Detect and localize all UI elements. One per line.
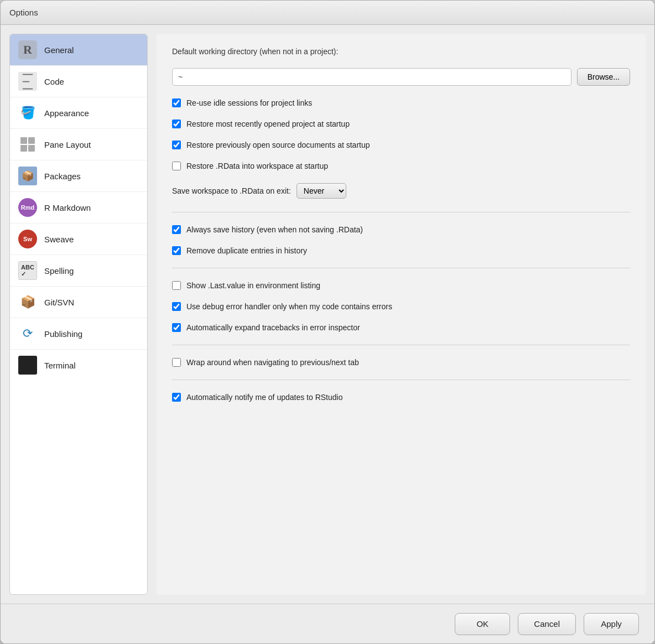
sidebar-label-packages: Packages xyxy=(44,172,81,181)
sidebar-label-git-svn: Git/SVN xyxy=(44,298,74,307)
ok-button[interactable]: OK xyxy=(455,613,510,635)
cancel-button[interactable]: Cancel xyxy=(518,613,576,635)
sidebar-item-pane-layout[interactable]: Pane Layout xyxy=(10,129,147,160)
sidebar-item-appearance[interactable]: 🪣 Appearance xyxy=(10,97,147,129)
terminal-icon xyxy=(18,355,38,375)
checkbox-row-save-history: Always save history (even when not savin… xyxy=(172,224,630,236)
sidebar-item-git-svn[interactable]: 📦 Git/SVN xyxy=(10,287,147,318)
dir-label: Default working directory (when not in a… xyxy=(172,47,630,56)
browse-button[interactable]: Browse... xyxy=(577,68,630,86)
code-icon: ━━━━━━━━ xyxy=(18,71,38,91)
rmd-icon: Rmd xyxy=(18,198,38,217)
sidebar-label-code: Code xyxy=(44,77,64,86)
checkbox-show-last-value[interactable] xyxy=(172,281,181,290)
title-bar: Options xyxy=(1,1,654,25)
checkbox-restore-rdata[interactable] xyxy=(172,162,181,170)
checkbox-restore-source[interactable] xyxy=(172,141,181,149)
sidebar-label-appearance: Appearance xyxy=(44,108,89,118)
sidebar-item-publishing[interactable]: ⟳ Publishing xyxy=(10,318,147,350)
label-show-last-value: Show .Last.value in environment listing xyxy=(186,281,320,290)
sidebar-label-publishing: Publishing xyxy=(44,329,82,339)
sidebar-label-terminal: Terminal xyxy=(44,361,76,370)
label-restore-source: Restore previously open source documents… xyxy=(186,141,370,149)
divider-2 xyxy=(172,268,630,268)
publish-icon: ⟳ xyxy=(18,324,38,344)
sidebar-item-spelling[interactable]: ABC✓ Spelling xyxy=(10,255,147,287)
label-reuse-idle: Re-use idle sessions for project links xyxy=(186,98,312,107)
checkbox-row-wrap-around: Wrap around when navigating to previous/… xyxy=(172,356,630,368)
content-area: R General ━━━━━━━━ Code 🪣 Appearance xyxy=(1,25,654,604)
sidebar-item-code[interactable]: ━━━━━━━━ Code xyxy=(10,66,147,97)
checkbox-row-debug-errors: Use debug error handler only when my cod… xyxy=(172,300,630,313)
pane-icon xyxy=(18,134,38,154)
checkbox-row-restore-rdata: Restore .RData into workspace at startup xyxy=(172,160,630,172)
sidebar-item-general[interactable]: R General xyxy=(10,34,147,66)
checkbox-restore-recent[interactable] xyxy=(172,120,181,128)
label-expand-tracebacks: Automatically expand tracebacks in error… xyxy=(186,323,360,332)
footer: OK Cancel Apply xyxy=(1,604,654,643)
main-panel: Default working directory (when not in a… xyxy=(157,34,646,595)
sidebar-label-general: General xyxy=(44,45,74,55)
checkbox-save-history[interactable] xyxy=(172,225,181,234)
sidebar-item-sweave[interactable]: Sw Sweave xyxy=(10,224,147,255)
checkbox-wrap-around[interactable] xyxy=(172,358,181,367)
dir-row: Browse... xyxy=(172,68,630,86)
sidebar-item-packages[interactable]: 📦 Packages xyxy=(10,160,147,192)
label-wrap-around: Wrap around when navigating to previous/… xyxy=(186,358,359,367)
divider-4 xyxy=(172,380,630,380)
git-icon: 📦 xyxy=(18,292,38,312)
checkbox-notify-updates[interactable] xyxy=(172,393,181,402)
sidebar-item-terminal[interactable]: Terminal xyxy=(10,350,147,381)
window-title: Options xyxy=(9,8,38,17)
save-workspace-select[interactable]: Never Always Ask xyxy=(297,183,346,199)
sidebar-label-pane-layout: Pane Layout xyxy=(44,140,91,149)
sidebar-item-r-markdown[interactable]: Rmd R Markdown xyxy=(10,192,147,224)
apply-button[interactable]: Apply xyxy=(584,613,639,635)
checkbox-row-restore-recent: Restore most recently opened project at … xyxy=(172,118,630,130)
label-save-history: Always save history (even when not savin… xyxy=(186,225,363,234)
options-window: Options R General ━━━━━━━━ Code � xyxy=(0,0,655,644)
checkbox-row-restore-source: Restore previously open source documents… xyxy=(172,139,630,151)
save-workspace-row: Save workspace to .RData on exit: Never … xyxy=(172,181,630,201)
label-notify-updates: Automatically notify me of updates to RS… xyxy=(186,393,342,402)
paint-icon: 🪣 xyxy=(18,103,38,123)
checkbox-expand-tracebacks[interactable] xyxy=(172,323,181,332)
sidebar-label-spelling: Spelling xyxy=(44,266,74,276)
checkbox-debug-errors[interactable] xyxy=(172,302,181,311)
sidebar-label-sweave: Sweave xyxy=(44,235,74,244)
label-restore-rdata: Restore .RData into workspace at startup xyxy=(186,162,328,170)
checkbox-remove-duplicates[interactable] xyxy=(172,246,181,255)
sweave-icon: Sw xyxy=(18,229,38,249)
label-restore-recent: Restore most recently opened project at … xyxy=(186,120,350,128)
spelling-icon: ABC✓ xyxy=(18,261,38,281)
packages-icon: 📦 xyxy=(18,166,38,186)
sidebar-label-r-markdown: R Markdown xyxy=(44,203,91,212)
checkbox-reuse-idle[interactable] xyxy=(172,98,181,107)
divider-1 xyxy=(172,212,630,212)
save-workspace-label: Save workspace to .RData on exit: xyxy=(172,186,291,195)
checkbox-row-expand-tracebacks: Automatically expand tracebacks in error… xyxy=(172,321,630,334)
sidebar: R General ━━━━━━━━ Code 🪣 Appearance xyxy=(9,34,148,595)
label-remove-duplicates: Remove duplicate entries in history xyxy=(186,246,307,255)
checkbox-row-reuse-idle: Re-use idle sessions for project links xyxy=(172,97,630,109)
r-icon: R xyxy=(18,40,38,60)
dir-input[interactable] xyxy=(172,68,571,86)
checkbox-row-remove-duplicates: Remove duplicate entries in history xyxy=(172,245,630,257)
checkbox-row-show-last-value: Show .Last.value in environment listing xyxy=(172,279,630,292)
checkbox-row-notify-updates: Automatically notify me of updates to RS… xyxy=(172,391,630,403)
label-debug-errors: Use debug error handler only when my cod… xyxy=(186,302,392,311)
divider-3 xyxy=(172,345,630,345)
